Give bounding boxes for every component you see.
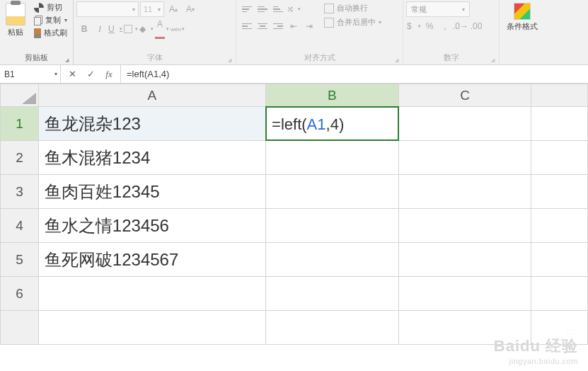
cell-a4[interactable]: 鱼水之情123456 <box>38 209 265 243</box>
conditional-format-button[interactable]: 条件格式 <box>502 1 542 32</box>
font-size-value: 11 <box>144 5 152 13</box>
cell-d7[interactable] <box>531 311 588 345</box>
cell-c1[interactable] <box>398 107 531 141</box>
copy-label: 复制 <box>45 15 61 25</box>
paste-button[interactable]: 粘贴 <box>3 1 28 38</box>
row-header-1[interactable]: 1 <box>1 107 39 141</box>
name-box[interactable]: B1▾ <box>0 65 61 83</box>
group-font-label: 字体 <box>76 51 233 64</box>
orientation-button[interactable]: ⤭▾ <box>286 1 301 17</box>
align-middle-button[interactable] <box>255 1 270 17</box>
cut-button[interactable]: 剪切 <box>31 1 70 13</box>
comma-button[interactable]: , <box>437 18 453 34</box>
percent-button[interactable]: % <box>422 18 437 34</box>
cell-b1-content: =left(A1,4) <box>272 115 344 133</box>
row-header-3[interactable]: 3 <box>1 175 39 209</box>
wrap-text-button[interactable]: 自动换行 <box>320 1 386 15</box>
col-header-c[interactable]: C <box>398 84 531 107</box>
col-header-a[interactable]: A <box>38 84 265 107</box>
copy-icon <box>34 17 41 25</box>
fill-color-button[interactable]: ◆▾ <box>139 21 154 37</box>
clipboard-icon <box>6 3 25 25</box>
enter-formula-button[interactable]: ✓ <box>82 67 99 82</box>
sheet-area: A B C 1 鱼龙混杂123 =left(A1,4) 2 鱼木混猪1234 3… <box>0 84 588 345</box>
format-painter-button[interactable]: 格式刷 <box>31 27 70 39</box>
cell-b7[interactable] <box>266 311 399 345</box>
merge-center-button[interactable]: 合并后居中▾ <box>320 16 386 29</box>
merge-label: 合并后居中 <box>337 17 376 28</box>
group-font: ▾ 11▾ A▴ A▾ B I U▾ ▾ ◆▾ A▾ wén▾ 字体 <box>74 0 236 64</box>
accounting-button[interactable]: $▾ <box>406 18 422 34</box>
formula-bar: B1▾ ✕ ✓ fx =left(A1,4) <box>0 65 588 84</box>
wrap-label: 自动换行 <box>337 3 368 13</box>
cell-b3[interactable] <box>266 175 399 209</box>
cell-a6[interactable] <box>38 277 265 311</box>
increase-decimal-button[interactable]: .0→ <box>453 18 468 34</box>
col-header-b[interactable]: B <box>266 84 399 107</box>
cell-b6[interactable] <box>266 277 399 311</box>
phonetic-button[interactable]: wén▾ <box>170 21 185 37</box>
cell-c7[interactable] <box>398 311 531 345</box>
decrease-indent-button[interactable]: ⇤ <box>286 18 301 34</box>
cell-a2[interactable]: 鱼木混猪1234 <box>38 141 265 175</box>
cell-c2[interactable] <box>398 141 531 175</box>
cond-format-icon <box>514 3 531 20</box>
cell-a1[interactable]: 鱼龙混杂123 <box>38 107 265 141</box>
row-header-5[interactable]: 5 <box>1 243 39 277</box>
col-header-d[interactable] <box>531 84 588 107</box>
name-box-value: B1 <box>4 69 15 79</box>
cell-d1[interactable] <box>531 107 588 141</box>
cell-b2[interactable] <box>266 141 399 175</box>
cell-a5[interactable]: 鱼死网破1234567 <box>38 243 265 277</box>
cell-c4[interactable] <box>398 209 531 243</box>
align-center-button[interactable] <box>255 18 270 34</box>
group-number-label: 数字 <box>406 51 496 64</box>
font-size-combo[interactable]: 11▾ <box>140 1 164 17</box>
border-button[interactable]: ▾ <box>123 21 139 37</box>
cell-d4[interactable] <box>531 209 588 243</box>
brush-icon <box>34 28 41 38</box>
increase-font-button[interactable]: A▴ <box>166 1 181 17</box>
cond-format-label: 条件格式 <box>507 21 538 32</box>
cell-a3[interactable]: 鱼肉百姓12345 <box>38 175 265 209</box>
cell-b4[interactable] <box>266 209 399 243</box>
cell-b1[interactable]: =left(A1,4) <box>266 107 399 141</box>
underline-button[interactable]: U▾ <box>108 21 123 37</box>
cell-b5[interactable] <box>266 243 399 277</box>
bold-button[interactable]: B <box>76 21 92 37</box>
cell-d6[interactable] <box>531 277 588 311</box>
align-top-button[interactable] <box>239 1 255 17</box>
number-format-combo[interactable]: 常规▾ <box>406 1 470 17</box>
align-left-button[interactable] <box>239 18 255 34</box>
cell-c3[interactable] <box>398 175 531 209</box>
spreadsheet-grid[interactable]: A B C 1 鱼龙混杂123 =left(A1,4) 2 鱼木混猪1234 3… <box>0 84 588 345</box>
copy-button[interactable]: 复制▾ <box>31 14 70 26</box>
font-name-combo[interactable]: ▾ <box>76 1 139 17</box>
group-alignment: ⤭▾ ⇤ ⇥ 自动换行 合并后居中▾ 对齐方式 <box>236 0 403 64</box>
row-header-4[interactable]: 4 <box>1 209 39 243</box>
formula-input[interactable]: =left(A1,4) <box>121 65 588 83</box>
row-header-7[interactable] <box>1 311 39 345</box>
wrap-icon <box>324 4 334 13</box>
cell-c5[interactable] <box>398 243 531 277</box>
group-clipboard-label: 剪贴板 <box>3 51 70 64</box>
cell-d5[interactable] <box>531 243 588 277</box>
align-bottom-button[interactable] <box>270 1 286 17</box>
increase-indent-button[interactable]: ⇥ <box>301 18 317 34</box>
cell-d3[interactable] <box>531 175 588 209</box>
cell-a7[interactable] <box>38 311 265 345</box>
align-right-button[interactable] <box>270 18 286 34</box>
font-color-button[interactable]: A▾ <box>154 21 170 37</box>
formula-text: =left(A1,4) <box>127 69 169 79</box>
cell-c6[interactable] <box>398 277 531 311</box>
row-header-2[interactable]: 2 <box>1 141 39 175</box>
row-header-6[interactable]: 6 <box>1 277 39 311</box>
select-all-corner[interactable] <box>1 84 39 107</box>
cell-d2[interactable] <box>531 141 588 175</box>
cancel-formula-button[interactable]: ✕ <box>64 67 81 82</box>
decrease-font-button[interactable]: A▾ <box>183 1 198 17</box>
insert-function-button[interactable]: fx <box>100 67 117 82</box>
decrease-decimal-button[interactable]: .00 <box>468 18 484 34</box>
ribbon: 粘贴 剪切 复制▾ 格式刷 剪贴板 ▾ 11▾ A▴ A▾ B I U▾ ▾ <box>0 0 588 65</box>
italic-button[interactable]: I <box>92 21 108 37</box>
